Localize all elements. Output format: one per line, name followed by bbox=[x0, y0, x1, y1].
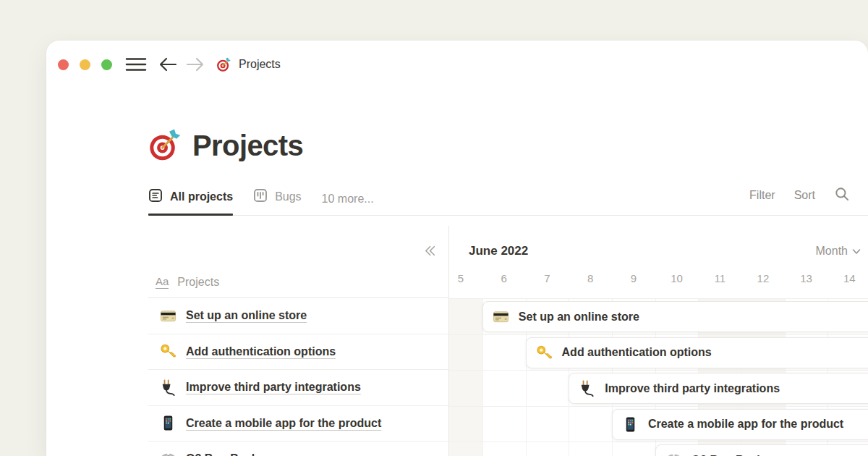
day-label: 7 bbox=[544, 272, 550, 284]
weekend-shading bbox=[448, 298, 482, 456]
timeline-bar-title: Set up an online store bbox=[519, 311, 639, 324]
timeline-bar-title: Q2 Bug Bash bbox=[692, 454, 764, 456]
breadcrumb-title: Projects bbox=[239, 58, 281, 71]
close-window-button[interactable] bbox=[58, 59, 69, 70]
month-label: June 2022 bbox=[469, 244, 528, 258]
credit-card-icon bbox=[493, 308, 509, 325]
project-row-list: Set up an online storeAdd authentication… bbox=[148, 298, 448, 456]
minimize-window-button[interactable] bbox=[80, 59, 90, 70]
sort-button[interactable]: Sort bbox=[794, 189, 815, 202]
row-gridline bbox=[449, 442, 868, 442]
tab-more[interactable]: 10 more... bbox=[322, 193, 374, 215]
breadcrumb[interactable]: Projects bbox=[216, 57, 281, 72]
column-header-projects[interactable]: Aa Projects bbox=[156, 276, 219, 290]
back-arrow-icon[interactable] bbox=[158, 56, 177, 72]
day-label: 13 bbox=[800, 272, 812, 284]
search-icon[interactable] bbox=[834, 186, 850, 205]
menu-icon[interactable] bbox=[125, 56, 147, 72]
mosquito-icon bbox=[665, 452, 682, 456]
project-title-link[interactable]: Create a mobile app for the product bbox=[186, 417, 381, 430]
list-view-icon bbox=[148, 188, 163, 206]
plug-icon bbox=[579, 380, 595, 397]
timeline-bar[interactable]: Add authentication options bbox=[526, 337, 868, 368]
day-label: 8 bbox=[587, 272, 593, 284]
day-label: 12 bbox=[757, 272, 770, 284]
tab-label: 10 more... bbox=[322, 193, 374, 206]
timeline-bar[interactable]: Create a mobile app for the product bbox=[612, 409, 868, 440]
key-icon bbox=[536, 345, 553, 361]
day-label: 9 bbox=[631, 272, 637, 284]
table-pane-header: Aa Projects bbox=[148, 226, 448, 298]
app-window: Projects Projects All projects Bugs 10 m… bbox=[46, 41, 868, 456]
timeline-zoom-select[interactable]: Month bbox=[816, 245, 861, 258]
table-row[interactable]: Improve third party integrations bbox=[148, 370, 448, 406]
tab-label: Bugs bbox=[275, 190, 301, 203]
table-row[interactable]: Set up an online store bbox=[148, 298, 448, 334]
column-header-label: Projects bbox=[177, 276, 219, 289]
view-tabs: All projects Bugs 10 more... bbox=[148, 188, 374, 215]
row-gridline bbox=[449, 298, 868, 299]
zoom-select-label: Month bbox=[816, 245, 848, 258]
day-label: 6 bbox=[501, 272, 507, 284]
table-pane: Aa Projects Set up an online storeAdd au… bbox=[148, 226, 448, 456]
page-title: Projects bbox=[192, 130, 303, 162]
timeline-pane: June 2022 Month 567891011121314 Set up a… bbox=[448, 226, 868, 456]
day-label: 11 bbox=[714, 272, 726, 284]
row-gridline bbox=[449, 370, 868, 371]
filter-button[interactable]: Filter bbox=[749, 189, 775, 202]
table-row[interactable]: Q2 Bug Bash bbox=[148, 442, 448, 456]
project-title-link[interactable]: Add authentication options bbox=[186, 345, 336, 358]
collapse-table-icon[interactable] bbox=[422, 243, 437, 258]
chevron-down-icon bbox=[852, 245, 861, 258]
tab-label: All projects bbox=[170, 190, 233, 203]
timeline-bar-title: Improve third party integrations bbox=[605, 382, 780, 395]
forward-arrow-icon[interactable] bbox=[186, 56, 205, 72]
plug-icon bbox=[160, 379, 176, 396]
credit-card-icon bbox=[160, 308, 176, 324]
page-header: Projects bbox=[148, 124, 868, 166]
timeline-bar[interactable]: Set up an online store bbox=[482, 301, 868, 332]
window-toolbar: Projects bbox=[46, 41, 868, 88]
timeline-bar-title: Add authentication options bbox=[562, 346, 712, 359]
dart-target-icon bbox=[216, 57, 231, 72]
timeline-bar-title: Create a mobile app for the product bbox=[648, 418, 843, 431]
timeline-body: Set up an online storeAdd authentication… bbox=[449, 298, 868, 456]
day-label: 10 bbox=[671, 272, 683, 284]
row-gridline bbox=[449, 334, 868, 335]
view-actions: Filter Sort bbox=[749, 186, 850, 215]
key-icon bbox=[160, 343, 176, 360]
mobile-phone-icon bbox=[622, 416, 639, 433]
table-row[interactable]: Create a mobile app for the product bbox=[148, 406, 448, 442]
zoom-window-button[interactable] bbox=[101, 59, 112, 70]
day-label: 14 bbox=[843, 272, 856, 284]
project-title-link[interactable]: Set up an online store bbox=[186, 309, 307, 322]
tab-bugs[interactable]: Bugs bbox=[253, 188, 301, 215]
timeline-bar[interactable]: Improve third party integrations bbox=[569, 373, 868, 404]
dart-target-icon[interactable] bbox=[148, 129, 182, 162]
timeline-bar[interactable]: Q2 Bug Bash bbox=[655, 444, 868, 456]
board-view-icon bbox=[253, 188, 268, 206]
day-label: 5 bbox=[458, 272, 464, 284]
row-gridline bbox=[449, 406, 868, 407]
view-tabbar: All projects Bugs 10 more... Filter Sort bbox=[148, 184, 868, 216]
mosquito-icon bbox=[160, 451, 176, 456]
table-row[interactable]: Add authentication options bbox=[148, 334, 448, 371]
project-title-link[interactable]: Improve third party integrations bbox=[186, 381, 361, 394]
timeline-header: June 2022 Month 567891011121314 bbox=[449, 226, 868, 298]
mobile-phone-icon bbox=[160, 415, 176, 431]
timeline-view: Aa Projects Set up an online storeAdd au… bbox=[46, 226, 868, 456]
project-title-link[interactable]: Q2 Bug Bash bbox=[186, 452, 258, 456]
tab-all-projects[interactable]: All projects bbox=[148, 188, 233, 215]
window-controls bbox=[58, 59, 112, 70]
title-property-icon: Aa bbox=[156, 276, 169, 290]
